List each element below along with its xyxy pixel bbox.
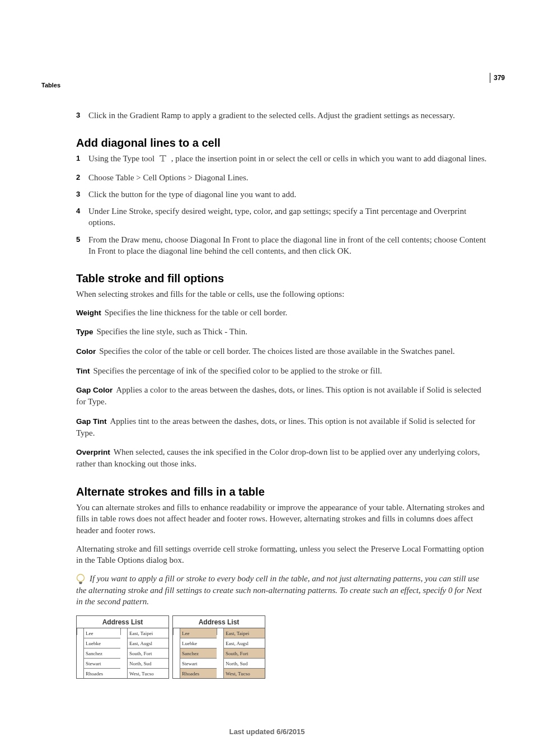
options-intro: When selecting strokes and fills for the… [76, 288, 490, 300]
table-cell: North, Sud [223, 658, 265, 668]
table-cell: Stewart [83, 658, 120, 668]
term: Weight [76, 309, 101, 317]
example-table-before: Address List Name Lee Region and City Ea… [76, 615, 169, 679]
definition: OverprintWhen selected, causes the ink s… [76, 446, 490, 469]
definition-text: Applies a color to the areas between the… [76, 385, 481, 406]
page-number: 379 [490, 73, 505, 83]
heading-diagonal: Add diagonal lines to a cell [76, 137, 490, 150]
table-cell: South, Fort [223, 648, 265, 658]
step-number: 1 [76, 153, 88, 166]
table-cell: East, Augsl [127, 638, 168, 648]
definition: TintSpecifies the percentage of ink of t… [76, 365, 490, 377]
table-title: Address List [173, 616, 265, 628]
table-cell: West, Tucso [127, 668, 168, 678]
step-number: 3 [76, 189, 88, 200]
definition: ColorSpecifies the color of the table or… [76, 346, 490, 357]
figure-tables: Address List Name Lee Region and City Ea… [76, 615, 490, 679]
tip-block: If you want to apply a fill or stroke to… [76, 573, 490, 608]
svg-point-0 [77, 575, 85, 582]
step-text: Using the Type tool , place the insertio… [88, 153, 490, 166]
alt-paragraph: You can alternate strokes and fills to e… [76, 502, 490, 536]
table-cell: Rhoades [83, 668, 120, 678]
step-text: Under Line Stroke, specify desired weigh… [88, 206, 490, 228]
list-item: 4 Under Line Stroke, specify desired wei… [76, 206, 490, 228]
definition-text: When selected, causes the ink specified … [76, 447, 480, 468]
step-number: 4 [76, 206, 88, 228]
heading-alternate: Alternate strokes and fills in a table [76, 486, 490, 498]
tip-text: If you want to apply a fill or stroke to… [76, 573, 490, 608]
alt-paragraph: Alternating stroke and fill settings ove… [76, 543, 490, 566]
list-item: 1 Using the Type tool , place the insert… [76, 153, 490, 166]
example-table-after: Address List Name Lee Region and City Ea… [172, 615, 265, 679]
term: Gap Tint [76, 417, 107, 426]
side-label-region: Region and City [120, 628, 127, 635]
table-cell: Luebke [180, 638, 217, 648]
type-tool-icon [158, 153, 168, 166]
definition-text: Specifies the percentage of ink of the s… [93, 366, 382, 375]
definition: Gap ColorApplies a color to the areas be… [76, 384, 490, 407]
table-cell: Luebke [83, 638, 120, 648]
definition-text: Specifies the color of the table or cell… [99, 347, 455, 356]
table-cell: Rhoades [180, 668, 217, 678]
list-item: 5 From the Draw menu, choose Diagonal In… [76, 234, 490, 257]
definition: TypeSpecifies the line style, such as Th… [76, 326, 490, 338]
table-cell: Stewart [180, 658, 217, 668]
step-number: 3 [76, 110, 88, 121]
step-number: 2 [76, 172, 88, 183]
side-label-name: Name [173, 628, 180, 635]
footer-updated: Last updated 6/6/2015 [0, 727, 534, 736]
step-text-part: Using the Type tool [88, 154, 157, 163]
term: Gap Color [76, 386, 113, 394]
definition: Gap TintApplies tint to the areas betwee… [76, 416, 490, 438]
definition: WeightSpecifies the line thickness for t… [76, 307, 490, 319]
definition-text: Specifies the line style, such as Thick … [97, 327, 247, 336]
table-cell: South, Fort [127, 648, 168, 658]
step-number: 5 [76, 234, 88, 257]
definition-text: Applies tint to the areas between the da… [76, 417, 475, 437]
table-cell: North, Sud [127, 658, 168, 668]
table-cell: Sanchez [180, 648, 217, 658]
table-cell: East, Augsl [223, 638, 265, 648]
step-text: Choose Table > Cell Options > Diagonal L… [88, 172, 490, 183]
step-text: Click in the Gradient Ramp to apply a gr… [88, 110, 490, 121]
list-item: 3 Click the button for the type of diago… [76, 189, 490, 200]
table-cell: Lee [180, 628, 217, 638]
side-label-region: Region and City [217, 628, 223, 635]
term: Color [76, 347, 96, 356]
list-item: 2 Choose Table > Cell Options > Diagonal… [76, 172, 490, 183]
chapter-label: Tables [41, 82, 60, 88]
step-text-part: , place the insertion point in or select… [171, 154, 487, 163]
term: Overprint [76, 448, 110, 456]
table-cell: East, Taipei [223, 628, 265, 638]
lightbulb-icon [75, 573, 86, 586]
table-cell: East, Taipei [127, 628, 168, 638]
term: Tint [76, 367, 90, 375]
term: Type [76, 328, 93, 336]
step-text: From the Draw menu, choose Diagonal In F… [88, 234, 490, 257]
side-label-name: Name [77, 628, 83, 635]
continued-step: 3 Click in the Gradient Ramp to apply a … [76, 110, 490, 121]
step-text: Click the button for the type of diagona… [88, 189, 490, 200]
table-cell: Lee [83, 628, 120, 638]
table-cell: Sanchez [83, 648, 120, 658]
heading-options: Table stroke and fill options [76, 272, 490, 285]
definition-text: Specifies the line thickness for the tab… [105, 308, 288, 317]
table-cell: West, Tucso [223, 668, 265, 678]
table-title: Address List [77, 616, 168, 628]
